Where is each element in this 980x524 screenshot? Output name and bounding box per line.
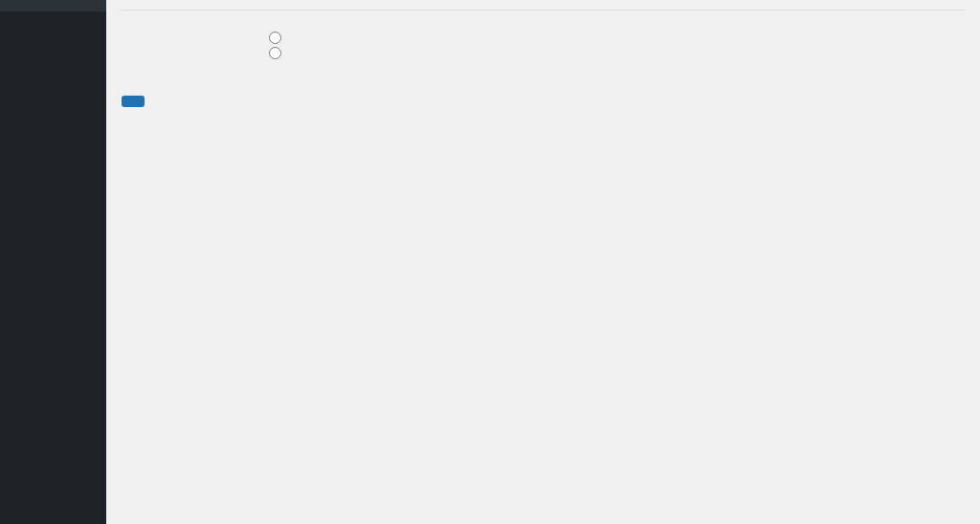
radio-no-input[interactable]: [269, 47, 281, 59]
enable-slack-field: [269, 32, 965, 71]
save-button[interactable]: [122, 96, 145, 107]
main-content: [106, 0, 980, 524]
radio-yes-input[interactable]: [269, 32, 281, 44]
admin-sidebar: [0, 0, 106, 524]
settings-tabs: [122, 10, 965, 11]
footer: [106, 520, 980, 524]
radio-no-option[interactable]: [269, 47, 965, 59]
enable-slack-row: [122, 32, 965, 71]
radio-yes-option[interactable]: [269, 32, 965, 44]
